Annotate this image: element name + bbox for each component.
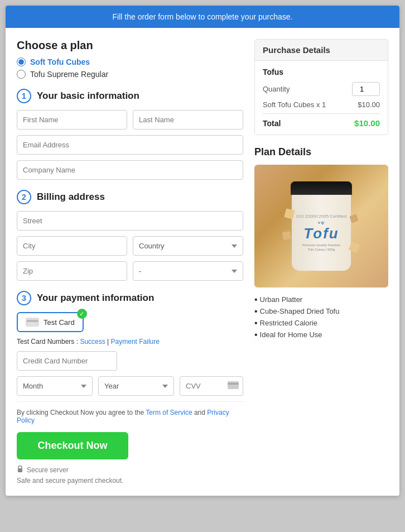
test-card-numbers-row: Test Card Numbers : Success | Payment Fa… bbox=[17, 338, 243, 346]
failure-link[interactable]: Payment Failure bbox=[111, 338, 160, 346]
bullet-1: • bbox=[254, 307, 258, 316]
safe-text: Safe and secure payment checkout. bbox=[17, 477, 243, 485]
quantity-input[interactable] bbox=[352, 82, 380, 96]
cc-input[interactable] bbox=[17, 351, 117, 371]
payment-header: 3 Your payment information bbox=[17, 291, 243, 305]
payment-divider bbox=[17, 401, 243, 402]
feature-item-2: • Restricted Calorie bbox=[254, 319, 388, 328]
name-row bbox=[17, 110, 243, 130]
page-wrapper: Fill the order form below to complete yo… bbox=[6, 6, 399, 496]
banner-text: Fill the order form below to complete yo… bbox=[113, 12, 293, 21]
success-link[interactable]: Success bbox=[80, 338, 105, 346]
plan-option-soft-tofu[interactable]: Soft Tofu Cubes bbox=[17, 57, 243, 66]
item-row: Soft Tofu Cubes x 1 $10.00 bbox=[263, 100, 380, 109]
feature-label-1: Cube-Shaped Dried Tofu bbox=[260, 307, 340, 315]
section-num-1: 1 bbox=[17, 89, 31, 103]
feature-label-2: Restricted Calorie bbox=[260, 319, 317, 327]
secure-info: Secure server bbox=[17, 465, 243, 475]
cvv-card-icon bbox=[228, 381, 239, 391]
year-select[interactable]: Year 2024 2025 2026 2027 bbox=[98, 376, 174, 396]
svg-rect-4 bbox=[18, 468, 22, 472]
lock-icon bbox=[17, 465, 23, 475]
plan-details: Plan Details ISO 22000:2005 Certified νψ… bbox=[254, 146, 388, 339]
feature-item-1: • Cube-Shaped Dried Tofu bbox=[254, 307, 388, 316]
main-content: Choose a plan Soft Tofu Cubes Tofu Supre… bbox=[6, 28, 399, 496]
plan-radio-tofu-supreme[interactable] bbox=[17, 70, 26, 79]
right-column: Purchase Details Tofus Quantity Soft Tof… bbox=[254, 39, 388, 485]
terms-before: By clicking Checkout Now you agree to th… bbox=[17, 409, 146, 416]
svg-rect-1 bbox=[27, 320, 38, 322]
quantity-label: Quantity bbox=[263, 85, 290, 93]
bullet-2: • bbox=[254, 319, 258, 328]
secure-label: Secure server bbox=[27, 466, 69, 474]
card-icon bbox=[26, 318, 39, 327]
svg-rect-2 bbox=[228, 381, 239, 389]
feature-item-0: • Urban Platter bbox=[254, 295, 388, 304]
cc-row bbox=[17, 351, 243, 371]
city-input[interactable] bbox=[17, 236, 127, 256]
street-row bbox=[17, 211, 243, 231]
payment-title: Your payment information bbox=[37, 293, 154, 304]
first-name-input[interactable] bbox=[17, 110, 127, 130]
zip-input[interactable] bbox=[17, 261, 127, 281]
section-num-2: 2 bbox=[17, 190, 31, 204]
test-card-check-icon: ✓ bbox=[77, 309, 87, 319]
feature-label-0: Urban Platter bbox=[260, 295, 303, 304]
bullet-0: • bbox=[254, 295, 258, 304]
purchase-divider bbox=[263, 113, 380, 114]
test-card-label: Test Card bbox=[44, 318, 75, 327]
quantity-row: Quantity bbox=[263, 82, 380, 96]
purchase-category: Tofus bbox=[263, 68, 380, 76]
left-column: Choose a plan Soft Tofu Cubes Tofu Supre… bbox=[17, 39, 243, 485]
choose-plan-title: Choose a plan bbox=[17, 39, 243, 52]
month-year-cvv-row: Month January February March April May J… bbox=[17, 376, 243, 396]
test-card-box[interactable]: Test Card ✓ bbox=[17, 312, 84, 332]
tos-link[interactable]: Term of Service bbox=[146, 409, 192, 416]
billing-header: 2 Billing address bbox=[17, 190, 243, 204]
item-price: $10.00 bbox=[358, 100, 380, 109]
plan-option-tofu-supreme[interactable]: Tofu Supreme Regular bbox=[17, 70, 243, 79]
svg-rect-3 bbox=[228, 383, 239, 385]
plan-label-tofu-supreme: Tofu Supreme Regular bbox=[30, 70, 108, 79]
state-select[interactable]: - New York California bbox=[133, 261, 243, 281]
basic-info-header: 1 Your basic information bbox=[17, 89, 243, 103]
plan-radio-soft-tofu[interactable] bbox=[17, 57, 26, 66]
total-amount: $10.00 bbox=[354, 118, 380, 128]
total-label: Total bbox=[263, 119, 281, 128]
last-name-input[interactable] bbox=[133, 110, 243, 130]
item-label: Soft Tofu Cubes x 1 bbox=[263, 100, 326, 109]
email-row bbox=[17, 135, 243, 155]
purchase-details-header: Purchase Details bbox=[255, 40, 388, 61]
street-input[interactable] bbox=[17, 211, 243, 231]
purchase-details-body: Tofus Quantity Soft Tofu Cubes x 1 $10.0… bbox=[255, 61, 388, 135]
terms-text: By clicking Checkout Now you agree to th… bbox=[17, 409, 243, 424]
plan-details-title: Plan Details bbox=[254, 146, 388, 158]
country-select[interactable]: Country United States United Kingdom Can… bbox=[133, 236, 243, 256]
billing-title: Billing address bbox=[37, 191, 105, 203]
plan-image: ISO 22000:2005 Certified νψ Tofu Premium… bbox=[254, 165, 388, 287]
checkout-button[interactable]: Checkout Now bbox=[17, 432, 128, 459]
test-card-selector[interactable]: Test Card ✓ bbox=[17, 312, 243, 338]
plan-label-soft-tofu: Soft Tofu Cubes bbox=[30, 57, 90, 66]
bullet-3: • bbox=[254, 330, 258, 339]
feature-label-3: Ideal for Home Use bbox=[260, 330, 322, 339]
month-select[interactable]: Month January February March April May J… bbox=[17, 376, 93, 396]
basic-info-title: Your basic information bbox=[37, 90, 139, 102]
company-row bbox=[17, 160, 243, 180]
terms-and: and bbox=[192, 409, 208, 416]
zip-state-row: - New York California bbox=[17, 261, 243, 281]
purchase-details-box: Purchase Details Tofus Quantity Soft Tof… bbox=[254, 39, 388, 135]
total-row: Total $10.00 bbox=[263, 118, 380, 128]
section-num-3: 3 bbox=[17, 291, 31, 305]
feature-item-3: • Ideal for Home Use bbox=[254, 330, 388, 339]
test-card-numbers-label: Test Card Numbers : bbox=[17, 338, 78, 346]
cvv-wrapper bbox=[180, 376, 243, 396]
email-input[interactable] bbox=[17, 135, 243, 155]
company-input[interactable] bbox=[17, 160, 243, 180]
top-banner: Fill the order form below to complete yo… bbox=[6, 6, 399, 28]
plan-features-list: • Urban Platter • Cube-Shaped Dried Tofu… bbox=[254, 295, 388, 339]
city-country-row: Country United States United Kingdom Can… bbox=[17, 236, 243, 256]
